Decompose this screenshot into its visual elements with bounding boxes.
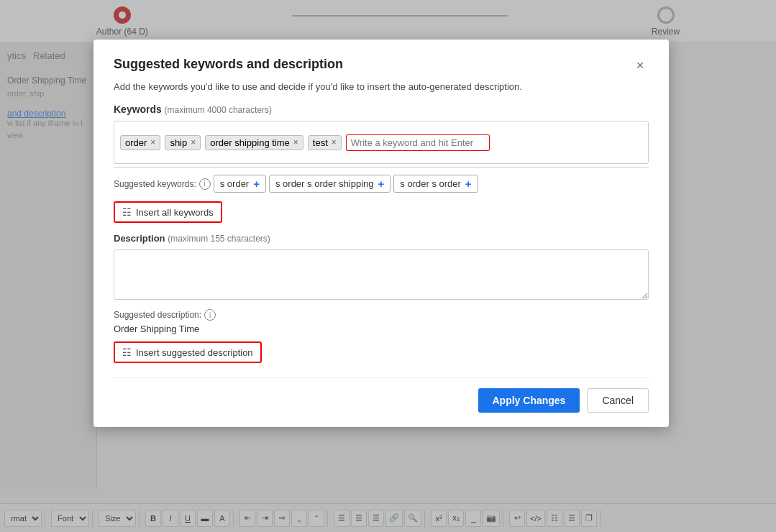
suggested-chip-s-order-s-order[interactable]: s order s order + (393, 175, 478, 193)
keyword-tag-order: order × (120, 135, 160, 150)
insert-desc-icon: ☷ (122, 347, 132, 358)
insert-all-icon: ☷ (122, 206, 132, 218)
description-textarea[interactable] (114, 249, 649, 300)
suggested-chip-s-order[interactable]: s order + (214, 175, 266, 193)
modal-header: Suggested keywords and description × (114, 57, 649, 74)
modal-footer: Apply Changes Cancel (114, 377, 649, 413)
suggested-description-label: Suggested description: (114, 310, 201, 320)
remove-order-button[interactable]: × (150, 138, 155, 147)
plus-icon-1: + (253, 178, 260, 190)
keyword-input[interactable] (346, 134, 490, 151)
keywords-section-label: Keywords (maximum 4000 characters) (114, 104, 649, 115)
suggested-description-text: Order Shipping Time (114, 324, 649, 334)
keywords-divider (114, 167, 649, 168)
suggested-keywords-info-icon[interactable]: i (199, 178, 211, 190)
description-section-label: Description (maximum 155 characters) (114, 233, 649, 244)
cancel-button[interactable]: Cancel (587, 388, 649, 413)
suggested-keywords-label: Suggested keywords: (114, 179, 196, 189)
modal-dialog: Suggested keywords and description × Add… (93, 40, 669, 427)
suggested-description-row: Suggested description: i (114, 309, 649, 321)
suggested-chip-s-order-s-order-shipping[interactable]: s order s order shipping + (269, 175, 391, 193)
plus-icon-2: + (378, 178, 385, 190)
remove-order-shipping-time-button[interactable]: × (293, 138, 298, 147)
modal-subtitle: Add the keywords you'd like to use and d… (114, 81, 649, 92)
apply-changes-button[interactable]: Apply Changes (478, 388, 580, 413)
remove-test-button[interactable]: × (332, 138, 337, 147)
close-button[interactable]: × (631, 57, 649, 74)
suggested-description-info-icon[interactable]: i (204, 309, 216, 321)
keyword-tag-order-shipping-time: order shipping time × (205, 135, 303, 150)
keyword-tag-ship: ship × (165, 135, 201, 150)
remove-ship-button[interactable]: × (191, 138, 196, 147)
insert-suggested-description-button[interactable]: ☷ Insert suggested description (114, 341, 262, 363)
plus-icon-3: + (465, 178, 472, 190)
modal-title: Suggested keywords and description (114, 57, 343, 72)
keywords-box[interactable]: order × ship × order shipping time × tes… (114, 121, 649, 164)
insert-all-keywords-button[interactable]: ☷ Insert all keywords (114, 201, 222, 223)
suggested-keywords-row: Suggested keywords: i s order + s order … (114, 175, 649, 193)
keyword-tag-test: test × (308, 135, 342, 150)
